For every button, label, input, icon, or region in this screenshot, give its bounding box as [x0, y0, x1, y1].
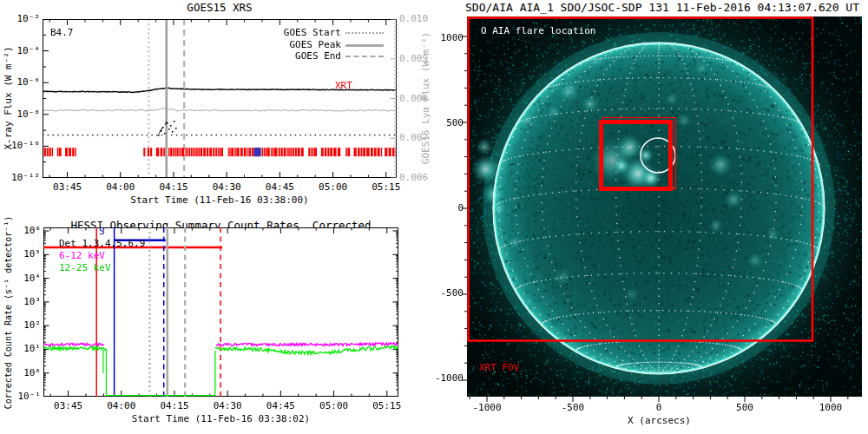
hessi-legend-detectors: Det 1,3,4,5,6,9 [59, 239, 145, 249]
aia-xtick-label: -1000 [465, 403, 509, 413]
hessi-xtick-label: 04:15 [157, 401, 192, 411]
goes-x-axis-label: Start Time (11-Feb-16 03:38:00) [43, 195, 397, 206]
hessi-ytick-label: 10⁵ [4, 249, 41, 260]
aia-flare-location-legend: O AIA flare location [481, 26, 595, 36]
goes-legend-peak-label: GOES Peak [217, 40, 341, 50]
hessi-x-axis-label: Start Time (11-Feb-16 03:38:02) [43, 414, 398, 424]
aia-ytick-label: 1000 [434, 33, 464, 43]
goes-legend-start-label: GOES Start [217, 28, 341, 38]
aia-ytick-label: -500 [434, 288, 464, 299]
aia-panel: SDO/AIA AIA_1 SDO/JSOC-SDP 131 11-Feb-20… [434, 0, 868, 434]
goes-legend-peak-line [345, 44, 384, 47]
hessi-xtick-label: 04:45 [263, 401, 298, 411]
hessi-xtick-label: 05:00 [317, 401, 352, 411]
hessi-xtick-label: 03:45 [51, 401, 86, 411]
xrt-annotation: XRT [335, 81, 352, 91]
goes-xtick-label: 05:15 [369, 182, 404, 193]
goes-plot-title: GOES15 XRS [43, 1, 397, 14]
goes-ytick-label: 10⁻¹² [3, 173, 40, 183]
aia-ytick-label: -1000 [434, 373, 464, 384]
goes-right-tick-label: 0.008 [399, 94, 428, 104]
goes-right-tick-label: 0.007 [399, 133, 428, 143]
goes-xtick-label: 04:15 [156, 182, 191, 193]
hessi-xtick-label: 05:15 [370, 401, 404, 411]
goes-ytick-label: 10⁻⁴ [3, 46, 40, 56]
goes-xtick-label: 03:45 [50, 182, 85, 193]
goes-legend-end-label: GOES End [217, 51, 341, 62]
goes-xtick-label: 05:00 [316, 182, 351, 193]
hessi-saa-flag-label: S [99, 227, 105, 237]
aia-image-title: SDO/AIA AIA_1 SDO/JSOC-SDP 131 11-Feb-20… [445, 1, 868, 14]
xrt-fov-label: XRT FOV [479, 363, 519, 373]
goes-xtick-label: 04:00 [103, 182, 138, 193]
aia-xtick-label: 0 [637, 403, 681, 413]
goes-legend-end-line [345, 56, 384, 57]
hessi-ytick-label: 10⁴ [4, 273, 41, 284]
goes-xrs-panel: GOES15 XRS X-ray Flux (W m⁻²) GOES15 Lyα… [0, 0, 434, 217]
hessi-panel: HESSI Observing Summary Count Rates, Cor… [0, 217, 434, 434]
hessi-ytick-label: 10¹ [4, 344, 41, 354]
goes-flare-class-annotation: B4.7 [50, 28, 74, 38]
goes-xtick-label: 04:45 [262, 182, 297, 193]
aia-xtick-label: 500 [723, 403, 766, 413]
hessi-y-axis-label: Corrected Count Rate (s⁻¹ detector⁻¹) [3, 208, 15, 417]
aia-xtick-label: -500 [551, 403, 595, 413]
hessi-xtick-label: 04:30 [210, 401, 245, 411]
hessi-ytick-label: 10⁰ [4, 368, 41, 378]
goes-ytick-label: 10⁻¹⁰ [3, 141, 40, 151]
goes-ytick-label: 10⁻² [3, 14, 40, 24]
hessi-ytick-label: 10⁻¹ [4, 391, 41, 402]
hessi-legend-6-12kev: 6-12 keV [59, 251, 105, 261]
goes-right-tick-label: 0.006 [399, 173, 428, 183]
goes-xtick-label: 04:30 [209, 182, 244, 193]
hessi-legend-12-25kev: 12-25 keV [59, 263, 111, 273]
goes-y-axis-label: X-ray Flux (W m⁻²) [3, 11, 15, 185]
goes-legend-start-line [345, 32, 384, 34]
aia-x-axis-label: X (arcsecs) [467, 416, 852, 426]
goes-right-tick-label: 0.010 [399, 14, 428, 24]
hessi-xtick-label: 04:00 [104, 401, 139, 411]
aia-solar-image [458, 16, 862, 405]
goes-ytick-label: 10⁻⁸ [3, 109, 40, 120]
aia-ytick-label: 0 [434, 203, 464, 214]
goes-ytick-label: 10⁻⁶ [3, 77, 40, 88]
hessi-ytick-label: 10⁶ [4, 226, 41, 236]
hessi-ytick-label: 10³ [4, 297, 41, 307]
hessi-ytick-label: 10² [4, 320, 41, 331]
aia-xtick-label: 1000 [809, 403, 852, 413]
rhessi-browser-quicklook-page: GOES15 XRS X-ray Flux (W m⁻²) GOES15 Lyα… [0, 0, 868, 434]
aia-ytick-label: 500 [434, 118, 464, 128]
goes-right-tick-label: 0.009 [399, 54, 428, 64]
